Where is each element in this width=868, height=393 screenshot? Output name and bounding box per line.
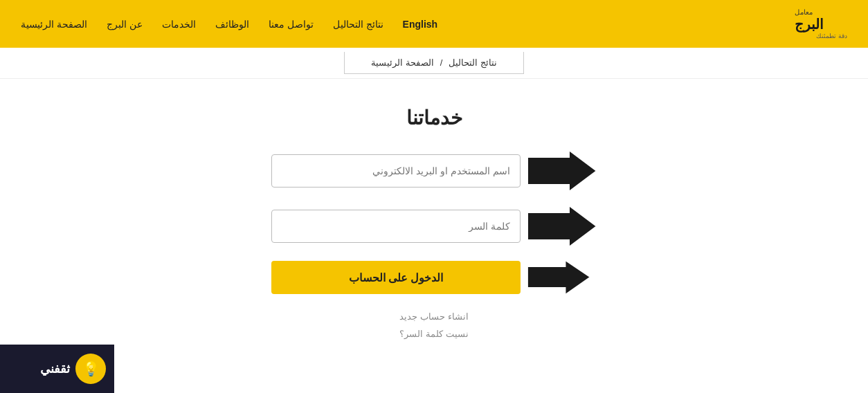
breadcrumb-bar: نتائج التحاليل / الصفحة الرئيسية (0, 48, 868, 79)
main-content: خدماتنا (0, 79, 868, 369)
forgot-password-link[interactable]: نسيت كلمة السر؟ (399, 329, 468, 339)
nav-item-results[interactable]: نتائج التحاليل (333, 19, 383, 30)
badge-icon: 💡 (75, 354, 106, 369)
arrow-login-icon (527, 260, 590, 295)
logo-brand-label: البرج (795, 16, 824, 33)
arrow-username (527, 150, 597, 192)
logo-dots-icon (829, 14, 847, 27)
logo-tagline: دقة تطمئنك (816, 33, 847, 39)
login-form: الدخول على الحساب انشاء حساب جديد نسيت ك… (192, 150, 676, 339)
extra-links: انشاء حساب جديد نسيت كلمة السر؟ (399, 311, 468, 339)
lightbulb-icon: 💡 (82, 360, 100, 369)
page-title: خدماتنا (406, 107, 462, 129)
breadcrumb-separator: / (440, 57, 443, 68)
login-row: الدخول على الحساب (192, 261, 676, 294)
svg-marker-0 (527, 150, 597, 192)
nav-item-about[interactable]: عن البرج (107, 19, 143, 30)
breadcrumb: نتائج التحاليل / الصفحة الرئيسية (344, 52, 524, 74)
logo: معامل البرج دقة تطمئنك (795, 8, 847, 39)
password-row (192, 205, 676, 247)
arrow-login (527, 262, 597, 293)
nav-item-services[interactable]: الخدمات (162, 19, 196, 30)
header: معامل البرج دقة تطمئنك English نتائج الت… (0, 0, 868, 48)
password-input[interactable] (271, 210, 521, 243)
logo-sub-label: معامل (795, 8, 813, 16)
breadcrumb-current[interactable]: نتائج التحاليل (449, 57, 497, 68)
badge-text-label: ثقفني (40, 361, 70, 369)
nav-item-contact[interactable]: تواصل معنا (269, 19, 314, 30)
svg-marker-2 (527, 260, 590, 295)
svg-marker-1 (527, 205, 597, 247)
username-input[interactable] (271, 154, 521, 188)
footer-badge: 💡 ثقفني (0, 345, 114, 369)
nav-item-jobs[interactable]: الوظائف (215, 19, 249, 30)
nav-item-english[interactable]: English (403, 19, 438, 30)
main-nav: English نتائج التحاليل تواصل معنا الوظائ… (21, 19, 437, 30)
arrow-password-icon (527, 205, 597, 247)
breadcrumb-home[interactable]: الصفحة الرئيسية (371, 57, 434, 68)
arrow-username-icon (527, 150, 597, 192)
arrow-password (527, 205, 597, 247)
nav-item-home[interactable]: الصفحة الرئيسية (21, 19, 87, 30)
create-account-link[interactable]: انشاء حساب جديد (399, 311, 468, 322)
username-row (192, 150, 676, 192)
login-button[interactable]: الدخول على الحساب (271, 261, 521, 294)
